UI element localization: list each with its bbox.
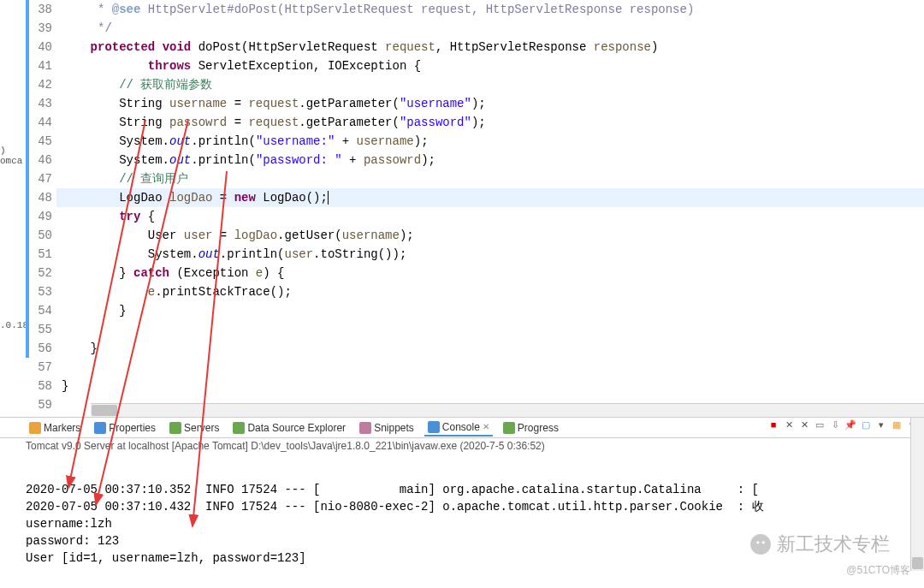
line-number: 55 <box>26 320 52 339</box>
svg-point-4 <box>756 541 759 543</box>
vertical-scrollbar[interactable] <box>910 454 924 571</box>
tab-label: Console <box>442 421 480 433</box>
console-toolbar: ■ ✕ ✕ ▭ ⇩ 📌 ▢ ▾ ▦ ▾ <box>767 419 919 433</box>
tab-snippets[interactable]: Snippets <box>356 420 418 436</box>
line-number: 44 <box>26 113 52 132</box>
view-tabs: MarkersPropertiesServersData Source Expl… <box>0 418 924 438</box>
tab-icon <box>503 422 515 434</box>
console-line: username:lzh <box>26 515 898 532</box>
scroll-lock-icon[interactable]: ⇩ <box>828 419 842 433</box>
terminate-icon[interactable]: ■ <box>767 419 780 433</box>
tab-label: Properties <box>109 422 156 434</box>
tab-icon <box>359 422 371 434</box>
clear-icon[interactable]: ▭ <box>813 419 826 433</box>
watermark-wechat: 新工技术专栏 <box>749 532 890 557</box>
stub-text: omca <box>0 156 26 166</box>
code-line[interactable]: } <box>56 339 924 358</box>
tab-console[interactable]: Console✕ <box>424 419 493 437</box>
line-number: 45 <box>26 132 52 151</box>
tab-label: Servers <box>184 422 219 434</box>
code-line[interactable]: // 查询用户 <box>56 169 924 188</box>
tab-data-source-explorer[interactable]: Data Source Explorer <box>229 420 349 436</box>
code-line[interactable]: } catch (Exception e) { <box>56 264 924 282</box>
code-line[interactable]: */ <box>56 19 924 38</box>
display-icon[interactable]: ▢ <box>859 419 873 433</box>
code-line[interactable]: * @see HttpServlet#doPost(HttpServletReq… <box>56 0 924 19</box>
scrollbar-thumb[interactable] <box>912 557 923 569</box>
open-console-icon[interactable]: ▦ <box>890 419 903 433</box>
tab-markers[interactable]: Markers <box>26 420 84 436</box>
pin-icon[interactable]: 📌 <box>844 419 857 433</box>
svg-point-3 <box>750 534 771 555</box>
code-line[interactable]: LogDao logDao = new LogDao(); <box>56 188 924 207</box>
code-line[interactable] <box>56 358 924 377</box>
tab-icon <box>29 422 41 434</box>
console-line: 2020-07-05 00:37:10.432 INFO 17524 --- [… <box>26 498 898 515</box>
code-line[interactable]: User user = logDao.getUser(username); <box>56 226 924 245</box>
code-line[interactable]: throws ServletException, IOException { <box>56 56 924 75</box>
line-number: 57 <box>26 358 52 377</box>
line-number: 51 <box>26 245 52 264</box>
line-number: 40 <box>26 38 52 56</box>
console-header: Tomcat v9.0 Server at localhost [Apache … <box>0 438 924 454</box>
line-number: 42 <box>26 75 52 94</box>
left-sidebar-stub: ) omca .0.18 <box>0 0 26 417</box>
code-line[interactable]: String passowrd = request.getParameter("… <box>56 113 924 132</box>
line-number: 47 <box>26 169 52 188</box>
code-line[interactable]: try { <box>56 207 924 226</box>
code-line[interactable]: System.out.println("password: " + passow… <box>56 151 924 169</box>
bottom-pane: MarkersPropertiesServersData Source Expl… <box>0 417 924 588</box>
line-number: 58 <box>26 377 52 395</box>
tab-properties[interactable]: Properties <box>91 420 159 436</box>
watermark-51cto: @51CTO博客 <box>846 563 910 578</box>
stub-text: .0.18 <box>0 320 26 330</box>
tab-servers[interactable]: Servers <box>166 420 222 436</box>
line-number: 54 <box>26 301 52 320</box>
tab-icon <box>428 421 440 433</box>
tab-icon <box>94 422 106 434</box>
horizontal-scrollbar[interactable] <box>91 403 924 417</box>
svg-point-5 <box>762 541 765 543</box>
line-number: 49 <box>26 207 52 226</box>
tab-label: Snippets <box>374 422 414 434</box>
remove-all-icon[interactable]: ✕ <box>782 419 796 433</box>
editor-pane: ) omca .0.18 383940414243444546474849505… <box>0 0 924 417</box>
code-line[interactable]: String username = request.getParameter("… <box>56 94 924 113</box>
code-line[interactable]: System.out.println(user.toString()); <box>56 245 924 264</box>
line-number: 48 <box>26 188 52 207</box>
code-line[interactable] <box>56 320 924 339</box>
line-number: 50 <box>26 226 52 245</box>
stub-text: ) <box>0 146 26 156</box>
line-number: 59 <box>26 395 52 414</box>
code-line[interactable]: } <box>56 301 924 320</box>
tab-icon <box>169 422 181 434</box>
line-number: 38 <box>26 0 52 19</box>
watermark-text: 新工技术专栏 <box>777 532 890 557</box>
console-line: 2020-07-05 00:37:10.352 INFO 17524 --- [… <box>26 481 898 498</box>
code-area[interactable]: * @see HttpServlet#doPost(HttpServletReq… <box>56 0 924 417</box>
line-number: 46 <box>26 151 52 169</box>
line-number: 56 <box>26 339 52 358</box>
tab-label: Markers <box>44 422 80 434</box>
wechat-icon <box>749 533 772 555</box>
tab-progress[interactable]: Progress <box>500 420 562 436</box>
code-line[interactable]: e.printStackTrace(); <box>56 282 924 301</box>
console-output[interactable]: 2020-07-05 00:37:10.352 INFO 17524 --- [… <box>0 454 924 588</box>
line-number: 43 <box>26 94 52 113</box>
line-number-gutter[interactable]: 3839404142434445464748495051525354555657… <box>26 0 56 417</box>
tab-label: Data Source Explorer <box>247 422 346 434</box>
remove-launch-icon[interactable]: ✕ <box>797 419 811 433</box>
code-line[interactable]: // 获取前端参数 <box>56 75 924 94</box>
dropdown-icon[interactable]: ▾ <box>874 419 888 433</box>
scrollbar-thumb[interactable] <box>92 405 117 416</box>
tab-label: Progress <box>518 422 559 434</box>
line-number: 41 <box>26 56 52 75</box>
code-line[interactable]: protected void doPost(HttpServletRequest… <box>56 38 924 56</box>
code-line[interactable]: System.out.println("username:" + usernam… <box>56 132 924 151</box>
line-number: 53 <box>26 282 52 301</box>
code-line[interactable]: } <box>56 377 924 395</box>
line-number: 39 <box>26 19 52 38</box>
close-icon[interactable]: ✕ <box>483 422 489 431</box>
tab-icon <box>233 422 245 434</box>
line-number: 52 <box>26 264 52 282</box>
